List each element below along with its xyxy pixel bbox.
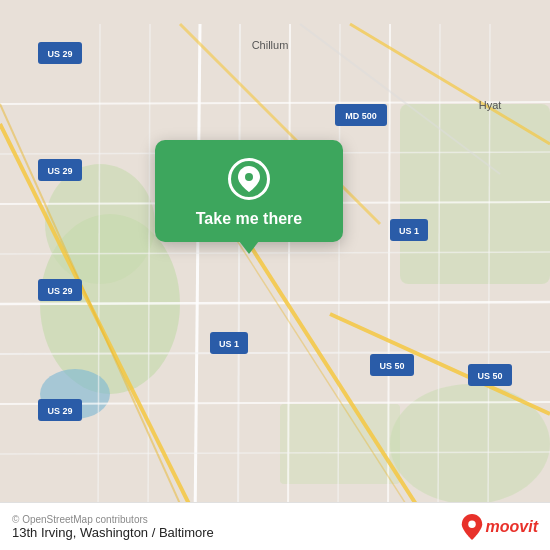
svg-rect-5 bbox=[280, 404, 400, 484]
svg-text:US 50: US 50 bbox=[477, 371, 502, 381]
svg-text:Hyat: Hyat bbox=[479, 99, 502, 111]
svg-text:US 29: US 29 bbox=[47, 286, 72, 296]
moovit-brand-text: moovit bbox=[486, 518, 538, 536]
location-label: 13th Irving, Washington / Baltimore bbox=[12, 525, 461, 540]
svg-text:US 1: US 1 bbox=[399, 226, 419, 236]
info-bar-left: © OpenStreetMap contributors 13th Irving… bbox=[12, 514, 461, 540]
svg-point-53 bbox=[468, 520, 475, 527]
svg-text:US 1: US 1 bbox=[219, 339, 239, 349]
location-pin-circle bbox=[228, 158, 270, 200]
svg-text:US 29: US 29 bbox=[47, 49, 72, 59]
moovit-pin-icon bbox=[461, 514, 483, 540]
copyright-text: © OpenStreetMap contributors bbox=[12, 514, 461, 525]
svg-text:US 29: US 29 bbox=[47, 166, 72, 176]
svg-point-52 bbox=[245, 173, 253, 181]
map-container: US 29 US 29 US 29 US 29 MD 500 US 1 US 1 bbox=[0, 0, 550, 550]
svg-text:Chillum: Chillum bbox=[252, 39, 289, 51]
popup-card[interactable]: Take me there bbox=[155, 140, 343, 242]
svg-text:US 50: US 50 bbox=[379, 361, 404, 371]
moovit-logo[interactable]: moovit bbox=[461, 514, 538, 540]
svg-text:MD 500: MD 500 bbox=[345, 111, 377, 121]
info-bar: © OpenStreetMap contributors 13th Irving… bbox=[0, 502, 550, 550]
map-svg: US 29 US 29 US 29 US 29 MD 500 US 1 US 1 bbox=[0, 0, 550, 550]
take-me-there-button[interactable]: Take me there bbox=[196, 210, 302, 228]
svg-text:US 29: US 29 bbox=[47, 406, 72, 416]
location-pin-icon bbox=[238, 166, 260, 192]
